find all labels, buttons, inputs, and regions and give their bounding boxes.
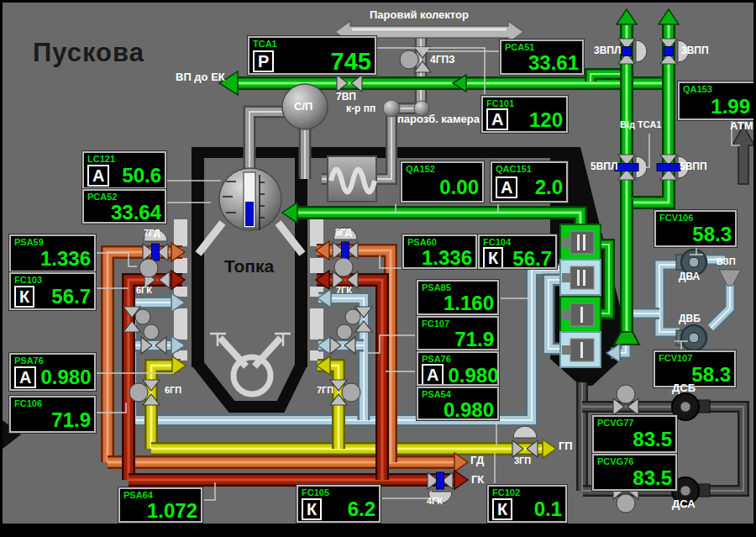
pipe-yellow — [318, 366, 339, 449]
label-vp-to-ek: ВП до ЕК — [176, 71, 225, 83]
valve-actuator — [337, 324, 352, 340]
display-pcvg77[interactable]: PCVG77 83.5 — [592, 415, 677, 453]
mode-letter: К — [14, 286, 34, 308]
pipe-lblue — [711, 283, 730, 328]
label-valve-3gp: 3ГП — [514, 455, 531, 466]
display-tag: QA152 — [406, 164, 479, 174]
pipe-green — [631, 181, 669, 203]
display-pca52[interactable]: PCA52 33.64 — [82, 189, 166, 224]
display-value: 56.7 — [507, 248, 552, 269]
display-tag: FC101 — [486, 98, 563, 108]
display-qa152[interactable]: QA152 0.00 — [401, 161, 484, 203]
display-value: 1.336 — [14, 248, 91, 269]
display-tag: FC103 — [14, 275, 91, 285]
label-vzp: ВЗП — [717, 256, 736, 266]
display-value: 33.64 — [87, 202, 161, 223]
display-tag: QAC151 — [496, 164, 563, 174]
display-lc121[interactable]: LC121 А50.6 — [82, 151, 166, 189]
pipe-yellow — [151, 366, 181, 449]
display-pca51[interactable]: PCA51 33.61 — [500, 39, 584, 75]
display-value: 1.336 — [407, 247, 472, 268]
label-valve-5vpl: 5ВПЛ — [591, 161, 617, 172]
display-tag: PCVG76 — [597, 456, 672, 466]
display-tag: FC104 — [483, 237, 552, 247]
display-value: 0.1 — [517, 498, 562, 519]
display-value: 71.9 — [14, 409, 91, 430]
display-psa59[interactable]: PSA59 1.336 — [9, 234, 96, 272]
label-gd-line: ГД — [470, 454, 484, 466]
display-pcvg76[interactable]: PCVG76 83.5 — [592, 454, 677, 491]
label-valve-7gd: 7ГД — [144, 228, 160, 238]
mode-letter: А — [422, 364, 444, 386]
label-valve-3vpp: 3ВПП — [681, 45, 709, 56]
display-value: 58.3 — [659, 224, 732, 245]
display-fc101[interactable]: FC101 А120 — [481, 96, 568, 133]
display-tag: LC121 — [87, 154, 161, 164]
mode-letter: А — [486, 108, 508, 130]
display-tag: PSA76 — [422, 354, 494, 364]
label-valve-7vp: 7ВП — [336, 91, 356, 103]
scada-mimic-startup-boiler: TCA1 Р745 PCA51 33.61 FC101 А120 QA153 1… — [0, 0, 756, 537]
display-tag: FCV107 — [659, 353, 731, 363]
display-value: 0.980 — [422, 399, 494, 420]
display-tag: PSA59 — [14, 237, 91, 247]
label-parozb-camera: парозб. камера — [397, 113, 480, 125]
label-topka: Топка — [224, 256, 274, 276]
label-gk-line: ГК — [471, 473, 484, 486]
display-tca1[interactable]: TCA1 Р745 — [248, 36, 376, 75]
display-fc102[interactable]: FC102 К0.1 — [487, 485, 567, 523]
vzp-funnel — [719, 270, 741, 286]
label-valve-8gd: 8ГД — [335, 227, 352, 237]
display-qac151[interactable]: QAC151 А2.0 — [491, 161, 568, 203]
display-fc106[interactable]: FC106 71.9 — [9, 396, 96, 433]
display-value: 120 — [512, 109, 563, 130]
pipe-green — [293, 213, 580, 224]
valve-5vpl[interactable] — [615, 155, 647, 180]
superheater-block-2 — [560, 260, 601, 295]
label-valve-4gk: 4ГК — [427, 496, 443, 506]
superheater-block-3 — [560, 297, 601, 332]
display-value: 0.980 — [448, 365, 498, 386]
arrow-gd — [454, 453, 468, 471]
label-valve-7gk: 7ГК — [336, 285, 352, 295]
display-psa76-center[interactable]: PSA76 А0.980 — [417, 351, 499, 386]
display-value: 1.160 — [422, 292, 494, 313]
valve-actuator — [144, 324, 159, 340]
atm-vent-arrow — [732, 125, 754, 184]
arrow-3vpp-out — [659, 9, 679, 24]
mode-letter: К — [302, 498, 322, 520]
display-value: 83.5 — [597, 467, 672, 488]
display-value: 0.980 — [40, 366, 91, 387]
mode-letter: Р — [253, 50, 274, 72]
label-valve-3vpl: 3ВПЛ — [594, 45, 621, 56]
label-gp-line: ГП — [559, 440, 573, 452]
display-qa153[interactable]: QA153 1.99 — [678, 82, 755, 120]
label-atm: АТМ — [730, 119, 753, 132]
display-fc105[interactable]: FC105 К6.2 — [297, 485, 381, 523]
label-fan-dvb: ДВБ — [679, 313, 701, 324]
display-tag: FC106 — [14, 398, 91, 408]
label-fan-dva: ДВА — [679, 271, 700, 282]
mode-letter: К — [492, 498, 512, 520]
label-fan-dsa: ДСА — [672, 498, 696, 510]
fan-dsb[interactable] — [672, 393, 710, 420]
label-valve-6gp: 6ГП — [165, 385, 181, 395]
display-fc107[interactable]: FC107 71.9 — [417, 316, 499, 350]
mode-letter: А — [14, 366, 36, 388]
display-fc104[interactable]: FC104 К56.7 — [478, 234, 557, 269]
pipe-gray — [249, 112, 286, 176]
display-value: 2.0 — [522, 176, 563, 197]
display-fc103[interactable]: FC103 К56.7 — [9, 272, 96, 310]
display-value: 745 — [278, 49, 371, 74]
superheater-block-4 — [560, 332, 601, 367]
display-psa85[interactable]: PSA85 1.160 — [417, 280, 499, 315]
display-psa60[interactable]: PSA60 1.336 — [402, 234, 477, 269]
display-psa76-left[interactable]: PSA76 А0.980 — [9, 353, 96, 391]
label-sp-sphere: С/П — [294, 100, 312, 113]
display-psa64[interactable]: PSA64 1.072 — [118, 487, 202, 523]
display-fcv106[interactable]: FCV106 58.3 — [654, 210, 737, 247]
valve-actuator — [135, 309, 150, 324]
mode-letter: А — [496, 176, 517, 198]
arrow-3vpl-out — [617, 9, 637, 24]
display-psa54[interactable]: PSA54 0.980 — [417, 387, 499, 420]
